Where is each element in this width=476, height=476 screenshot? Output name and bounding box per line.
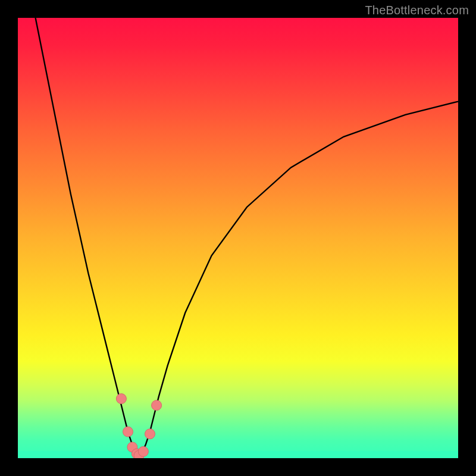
marker-point: [152, 400, 162, 411]
chart-svg: [18, 18, 458, 458]
marker-point: [123, 427, 133, 437]
marker-point: [145, 429, 155, 439]
marker-point: [138, 446, 148, 456]
marker-point: [116, 394, 126, 404]
marker-group: [116, 394, 161, 458]
bottleneck-curve: [36, 18, 458, 456]
plot-area: [18, 18, 458, 458]
watermark-text: TheBottleneck.com: [365, 4, 469, 17]
chart-frame: TheBottleneck.com: [0, 0, 476, 476]
